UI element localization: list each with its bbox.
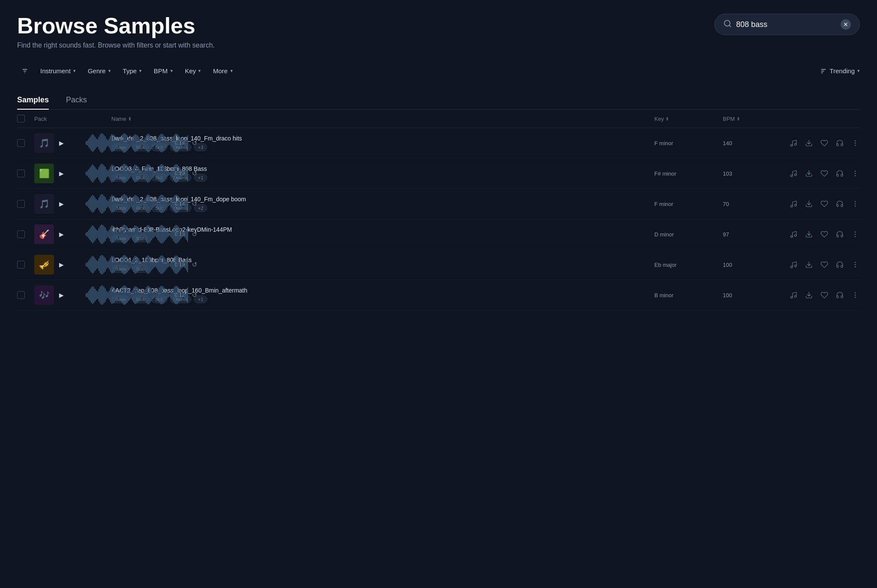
- headphones-button[interactable]: [835, 169, 844, 178]
- sort-trending-button[interactable]: Trending ▾: [820, 67, 860, 75]
- more-options-button[interactable]: [850, 230, 860, 239]
- waveform-bar: [146, 287, 147, 303]
- waveform-bar: [111, 134, 112, 152]
- more-options-button[interactable]: [850, 138, 860, 148]
- search-input[interactable]: [736, 20, 836, 29]
- waveform-bar: [92, 256, 93, 274]
- waveform-bar: [156, 200, 157, 208]
- waveform-bar: [124, 224, 125, 244]
- favorite-button[interactable]: [820, 290, 829, 300]
- waveform-bar: [91, 135, 92, 151]
- loop-icon[interactable]: ↺: [192, 139, 197, 147]
- favorite-button[interactable]: [820, 199, 829, 209]
- row-checkbox[interactable]: [17, 291, 34, 299]
- waveform-bar: [127, 287, 128, 303]
- waveform-bar: [96, 290, 97, 300]
- headphones-button[interactable]: [835, 138, 844, 148]
- add-to-project-button[interactable]: [789, 260, 798, 269]
- favorite-button[interactable]: [820, 169, 829, 178]
- download-button[interactable]: [804, 230, 814, 239]
- key-column-header[interactable]: Key ⇕: [654, 116, 723, 122]
- favorite-button[interactable]: [820, 260, 829, 269]
- play-button[interactable]: ▶: [57, 138, 66, 148]
- download-button[interactable]: [804, 169, 814, 178]
- more-options-button[interactable]: [850, 260, 860, 269]
- tab-samples[interactable]: Samples: [17, 91, 49, 110]
- filter-bpm-button[interactable]: BPM ▾: [149, 65, 177, 77]
- bpm-column-header[interactable]: BPM ⇕: [723, 116, 774, 122]
- search-clear-button[interactable]: ✕: [841, 19, 851, 30]
- waveform-bar: [86, 263, 87, 266]
- add-to-project-button[interactable]: [789, 138, 798, 148]
- waveform-bar: [159, 227, 160, 242]
- search-bar[interactable]: ✕: [714, 14, 860, 35]
- download-button[interactable]: [804, 138, 814, 148]
- waveform-bar: [152, 291, 153, 299]
- filter-instrument-button[interactable]: Instrument ▾: [36, 65, 80, 77]
- waveform-bar: [114, 135, 115, 151]
- headphones-button[interactable]: [835, 260, 844, 269]
- row-checkbox[interactable]: [17, 261, 34, 269]
- waveform-bar: [169, 172, 170, 175]
- more-options-button[interactable]: [850, 290, 860, 300]
- filters-left: Instrument ▾ Genre ▾ Type ▾ BPM ▾ Key ▾ …: [17, 65, 237, 77]
- add-to-project-button[interactable]: [789, 230, 798, 239]
- play-button[interactable]: ▶: [57, 290, 66, 300]
- tab-packs[interactable]: Packs: [66, 91, 87, 110]
- loop-icon[interactable]: ↺: [192, 230, 197, 238]
- filter-adjust-icon[interactable]: [17, 65, 33, 77]
- play-button[interactable]: ▶: [57, 168, 66, 179]
- page-subtitle: Find the right sounds fast. Browse with …: [17, 42, 215, 49]
- waveform-bar: [134, 286, 135, 304]
- favorite-button[interactable]: [820, 230, 829, 239]
- svg-point-41: [855, 293, 856, 293]
- download-button[interactable]: [804, 260, 814, 269]
- play-button[interactable]: ▶: [57, 229, 66, 239]
- waveform-bar: [140, 230, 140, 239]
- download-button[interactable]: [804, 199, 814, 209]
- headphones-button[interactable]: [835, 230, 844, 239]
- waveform-bar: [145, 228, 146, 240]
- row-checkbox[interactable]: [17, 139, 34, 147]
- row-checkbox[interactable]: [17, 230, 34, 238]
- waveform-bar: [88, 200, 89, 208]
- row-checkbox[interactable]: [17, 200, 34, 208]
- waveform-bar: [118, 262, 119, 267]
- name-column-header[interactable]: Name ⇕: [111, 116, 654, 122]
- select-all-checkbox[interactable]: [17, 115, 34, 122]
- waveform-bar: [102, 225, 103, 244]
- waveform-bar: [128, 259, 129, 271]
- more-options-button[interactable]: [850, 169, 860, 178]
- loop-icon[interactable]: ↺: [192, 170, 197, 177]
- play-button[interactable]: ▶: [57, 199, 66, 209]
- waveform-bar: [140, 291, 140, 299]
- waveform-bar: [159, 257, 160, 272]
- download-button[interactable]: [804, 290, 814, 300]
- headphones-button[interactable]: [835, 199, 844, 209]
- sample-thumbnail: 🟩: [34, 164, 54, 183]
- play-button[interactable]: ▶: [57, 260, 66, 270]
- filter-more-button[interactable]: More ▾: [209, 65, 237, 77]
- svg-point-19: [855, 176, 856, 176]
- waveform-bar: [101, 164, 102, 183]
- waveform-bar: [123, 225, 124, 244]
- waveform-bar: [92, 164, 93, 182]
- add-to-project-button[interactable]: [789, 290, 798, 300]
- filter-genre-button[interactable]: Genre ▾: [84, 65, 115, 77]
- more-options-button[interactable]: [850, 199, 860, 209]
- loop-icon[interactable]: ↺: [192, 200, 197, 208]
- add-to-project-button[interactable]: [789, 169, 798, 178]
- headphones-button[interactable]: [835, 290, 844, 300]
- add-to-project-button[interactable]: [789, 199, 798, 209]
- waveform-bar: [146, 165, 147, 182]
- filter-key-button[interactable]: Key ▾: [181, 65, 206, 77]
- filter-type-button[interactable]: Type ▾: [119, 65, 146, 77]
- svg-point-31: [855, 236, 856, 237]
- loop-icon[interactable]: ↺: [192, 261, 197, 269]
- sample-key: D minor: [654, 231, 723, 238]
- loop-icon[interactable]: ↺: [192, 291, 197, 299]
- row-checkbox[interactable]: [17, 170, 34, 177]
- favorite-button[interactable]: [820, 138, 829, 148]
- waveform-bar: [107, 292, 108, 298]
- waveform-bar: [115, 137, 116, 149]
